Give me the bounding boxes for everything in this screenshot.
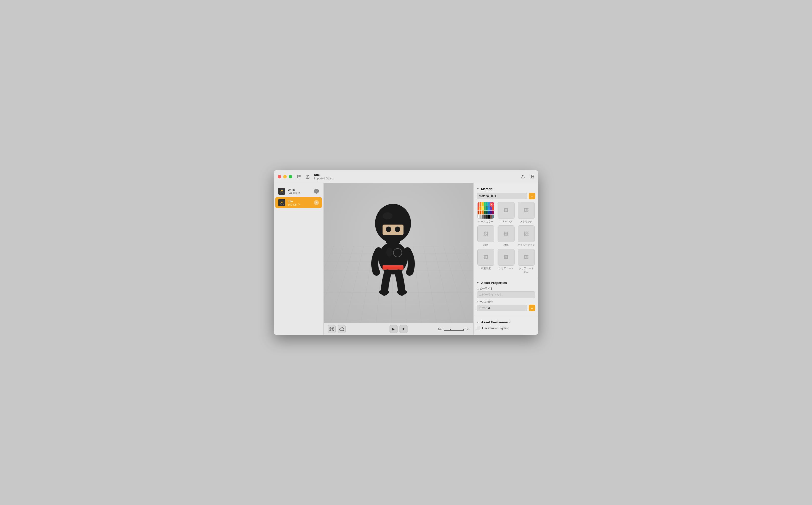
opacity-label: 不透明度 — [481, 267, 491, 270]
svg-rect-1 — [299, 175, 301, 176]
normal-label: 標準 — [504, 243, 509, 247]
normal-placeholder-icon: 🖼 — [504, 231, 509, 237]
clearcoat-placeholder-icon: 🖼 — [504, 255, 509, 260]
svg-point-19 — [397, 290, 407, 295]
metallic-placeholder-icon: 🖼 — [524, 208, 529, 213]
emissive-placeholder-icon: 🖼 — [504, 208, 509, 213]
window-subtitle: Imported Object — [314, 177, 520, 180]
play-button[interactable]: ▶ — [389, 325, 397, 333]
export-icon[interactable] — [520, 174, 525, 179]
sidebar-toggle-icon[interactable] — [296, 174, 301, 179]
titlebar-controls — [296, 174, 310, 179]
svg-point-20 — [386, 247, 392, 257]
toolbar-left — [328, 325, 346, 333]
svg-point-17 — [406, 269, 413, 276]
roughness-placeholder-icon: 🖼 — [483, 231, 488, 237]
svg-rect-15 — [382, 265, 403, 267]
material-cell-normal: 🖼 標準 — [497, 225, 515, 247]
material-cell-emissive: 🖼 エミッシブ — [497, 202, 515, 223]
occlusion-placeholder-icon: 🖼 — [524, 231, 529, 237]
material-section-title: Material — [481, 187, 493, 191]
base-color-thumb[interactable]: ✕ — [477, 202, 494, 219]
material-cell-occlusion: 🖼 オクルージョン — [517, 225, 535, 247]
idle-name: Idle — [288, 199, 314, 203]
clearcoat-thumb[interactable]: 🖼 — [498, 249, 514, 266]
divider-2 — [474, 317, 538, 317]
idle-close-badge[interactable]: ✕ — [314, 200, 319, 205]
material-section-content: Material_001 ⌄ — [474, 193, 538, 276]
share-icon[interactable] — [305, 174, 310, 179]
ninja-character — [365, 201, 421, 296]
asset-properties-section: ▼ Asset Properties コピーライト コピーライトなし ベースの単… — [474, 280, 538, 315]
maximize-button[interactable] — [289, 175, 292, 178]
main-content: 🥷 Walk 344 KB ⏱ ✕ 🥷 Idle — [274, 183, 538, 335]
material-cell-base-color: ✕ ベースカラー — [477, 202, 495, 223]
app-window: Idle Imported Object — [274, 170, 538, 335]
walk-info: Walk 344 KB ⏱ — [288, 188, 314, 195]
asset-properties-header[interactable]: ▼ Asset Properties — [474, 280, 538, 287]
ar-view-button[interactable] — [328, 325, 336, 333]
metallic-label: メタリック — [520, 220, 532, 223]
layout-icon[interactable] — [529, 174, 534, 179]
svg-point-8 — [382, 212, 392, 219]
idle-icon: 🥷 — [278, 199, 285, 206]
sidebar-item-walk[interactable]: 🥷 Walk 344 KB ⏱ ✕ — [275, 186, 322, 197]
sidebar-item-idle[interactable]: 🥷 Idle 360 KB ⏱ ✕ — [275, 197, 322, 208]
walk-close-badge[interactable]: ✕ — [314, 189, 319, 194]
asset-environment-header[interactable]: ▼ Asset Environment — [474, 319, 538, 326]
roughness-thumb[interactable]: 🖼 — [477, 225, 494, 242]
classic-lighting-row: Use Classic Lighting — [477, 326, 535, 331]
svg-rect-6 — [532, 177, 534, 178]
walk-icon: 🥷 — [278, 188, 285, 195]
normal-thumb[interactable]: 🖼 — [498, 225, 514, 242]
close-button[interactable] — [278, 175, 281, 178]
metallic-thumb[interactable]: 🖼 — [518, 202, 535, 219]
idle-info: Idle 360 KB ⏱ — [288, 199, 314, 206]
asset-properties-title: Asset Properties — [481, 281, 507, 285]
material-name-input[interactable]: Material_001 — [477, 193, 527, 199]
svg-point-16 — [373, 269, 380, 276]
titlebar-info: Idle Imported Object — [314, 173, 520, 180]
unit-dropdown-button[interactable]: ⌄ — [529, 305, 535, 311]
playback-controls: ▶ ■ — [389, 325, 408, 333]
emissive-thumb[interactable]: 🖼 — [498, 202, 514, 219]
clearcoat-roughness-placeholder-icon: 🖼 — [524, 255, 529, 260]
svg-point-11 — [395, 226, 400, 232]
clearcoat-roughness-thumb[interactable]: 🖼 — [518, 249, 535, 266]
canvas-area[interactable] — [324, 183, 473, 323]
material-cell-clearcoat-roughness: 🖼 クリアコートの… — [517, 249, 535, 274]
minimize-button[interactable] — [283, 175, 287, 178]
svg-rect-9 — [382, 224, 403, 235]
stop-button[interactable]: ■ — [399, 325, 408, 333]
viewport-toolbar: ▶ ■ 1m 5m — [324, 323, 473, 335]
svg-point-7 — [375, 204, 411, 243]
classic-lighting-checkbox[interactable] — [477, 327, 480, 330]
asset-properties-arrow-icon: ▼ — [477, 282, 480, 285]
material-name-row: Material_001 ⌄ — [477, 193, 535, 199]
window-title: Idle — [314, 173, 520, 177]
material-arrow-icon: ▼ — [477, 188, 480, 191]
opacity-thumb[interactable]: 🖼 — [477, 249, 494, 266]
asset-properties-content: コピーライト コピーライトなし ベースの単位 メートル ⌄ — [474, 287, 538, 315]
material-cell-clearcoat: 🖼 クリアコート — [497, 249, 515, 274]
divider-1 — [474, 278, 538, 278]
base-color-delete-badge[interactable]: ✕ — [490, 203, 494, 207]
base-color-label: ベースカラー — [478, 220, 493, 223]
material-section-header[interactable]: ▼ Material — [474, 186, 538, 193]
idle-size: 360 KB ⏱ — [288, 203, 314, 206]
copyright-input[interactable]: コピーライトなし — [477, 292, 535, 298]
svg-rect-3 — [299, 178, 301, 178]
unit-select[interactable]: メートル — [477, 305, 527, 311]
svg-rect-21 — [331, 328, 333, 330]
walk-size: 344 KB ⏱ — [288, 192, 314, 195]
walk-name: Walk — [288, 188, 314, 192]
cloud-button[interactable] — [338, 325, 346, 333]
material-name-dropdown[interactable]: ⌄ — [529, 193, 535, 199]
titlebar-right — [520, 174, 534, 179]
clearcoat-roughness-label: クリアコートの… — [517, 267, 535, 274]
asset-environment-arrow-icon: ▼ — [477, 321, 480, 324]
sidebar: 🥷 Walk 344 KB ⏱ ✕ 🥷 Idle — [274, 183, 324, 335]
occlusion-thumb[interactable]: 🖼 — [518, 225, 535, 242]
roughness-label: 粗さ — [483, 243, 488, 247]
svg-rect-5 — [532, 175, 534, 176]
